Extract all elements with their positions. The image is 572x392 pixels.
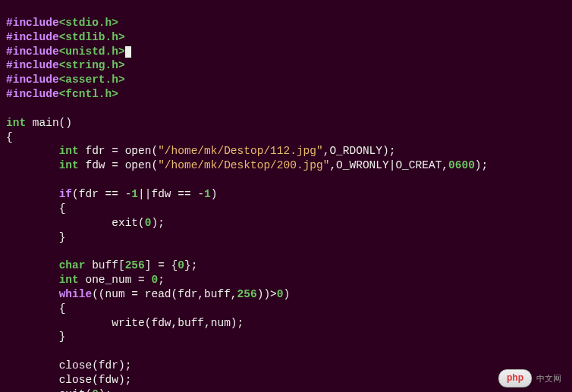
num-0d: 0 <box>277 288 284 300</box>
brace-open: { <box>59 202 66 215</box>
num-0b: 0 <box>178 259 184 271</box>
if-cond-c: ) <box>211 188 218 200</box>
while-c: ) <box>284 288 291 300</box>
exit-b2: ); <box>99 388 112 392</box>
fdr-decl-a: fdr = open( <box>79 145 158 157</box>
code-editor: #include<stdio.h> #include<stdlib.h> #in… <box>0 0 572 392</box>
header-string: <string.h> <box>59 59 125 71</box>
header-fcntl: <fcntl.h> <box>59 88 118 100</box>
badge-text: 中文网 <box>536 373 561 384</box>
one-num-decl: one_num = <box>79 274 152 286</box>
one-num-end: ; <box>158 274 165 286</box>
brace-open: { <box>59 303 66 315</box>
kw-if: if <box>59 188 72 200</box>
while-a: ((num = read(fdr,buff, <box>92 288 237 300</box>
header-unistd: <unistd.h> <box>59 45 125 58</box>
num-0c: 0 <box>151 274 158 286</box>
brace-close: } <box>59 231 66 243</box>
header-stdio: <stdio.h> <box>59 17 118 29</box>
preproc-include: #include <box>6 74 59 86</box>
mode-num: 0600 <box>448 159 475 171</box>
num-256: 256 <box>125 259 145 271</box>
if-cond-a: (fdr == - <box>72 188 131 200</box>
exit-a: exit( <box>112 217 145 229</box>
header-assert: <assert.h> <box>59 74 125 86</box>
fdw-decl-c: ); <box>475 159 488 171</box>
close-fdw: close(fdw); <box>59 374 132 386</box>
type-int: int <box>6 117 26 129</box>
type-char: char <box>59 259 86 271</box>
buff-c: }; <box>184 259 197 271</box>
fdw-decl-a: fdw = open( <box>79 159 158 171</box>
while-b: ))> <box>257 288 277 300</box>
write-call: write(fdw,buff,num); <box>112 317 244 329</box>
text-cursor <box>125 46 131 58</box>
num-0e: 0 <box>92 388 99 392</box>
preproc-include: #include <box>6 31 59 43</box>
watermark-badge: php 中文网 <box>498 369 561 387</box>
kw-while: while <box>59 288 93 300</box>
preproc-include: #include <box>6 88 59 100</box>
fdr-decl-b: ,O_RDONLY); <box>323 145 396 157</box>
preproc-include: #include <box>6 17 59 29</box>
fdw-path: "/home/mk/Desktop/200.jpg" <box>158 159 329 171</box>
close-fdr: close(fdr); <box>59 359 132 372</box>
php-logo: php <box>498 369 532 387</box>
type-int: int <box>59 274 79 286</box>
exit-a2: exit( <box>59 388 93 392</box>
type-int: int <box>59 159 79 171</box>
fdr-path: "/home/mk/Destop/112.jpg" <box>158 145 323 157</box>
exit-b: ); <box>151 217 164 229</box>
buff-b: ] = { <box>145 259 178 271</box>
brace-close: } <box>59 331 66 343</box>
fdw-decl-b: ,O_WRONLY|O_CREAT, <box>329 159 448 171</box>
header-stdlib: <stdlib.h> <box>59 31 125 43</box>
preproc-include: #include <box>6 45 59 58</box>
num-256b: 256 <box>237 288 257 300</box>
num-1: 1 <box>131 188 138 200</box>
if-cond-b: ||fdw == - <box>138 188 204 200</box>
num-1b: 1 <box>204 188 211 200</box>
preproc-include: #include <box>6 59 59 71</box>
main-decl: main() <box>26 117 72 129</box>
buff-a: buff[ <box>85 259 124 271</box>
type-int: int <box>59 145 79 157</box>
brace-open: { <box>6 131 13 143</box>
